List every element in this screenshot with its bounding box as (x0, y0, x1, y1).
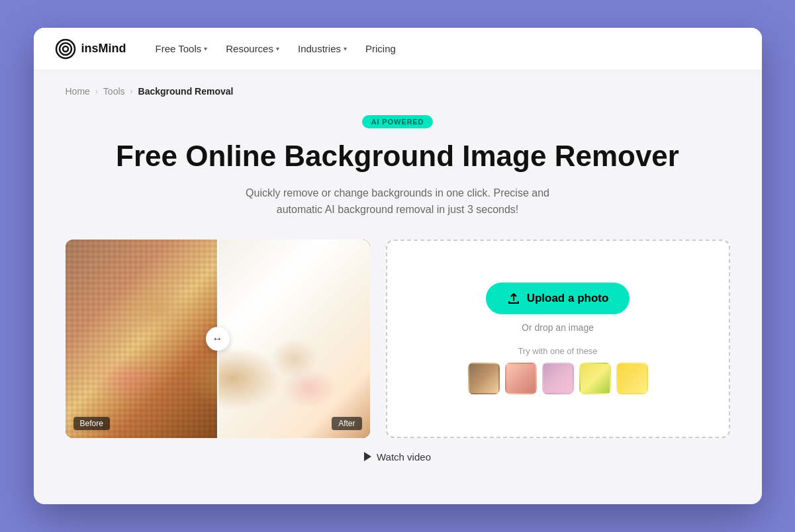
svg-point-1 (60, 43, 71, 55)
nav-item-pricing[interactable]: Pricing (357, 38, 404, 60)
logo[interactable]: insMind (55, 38, 126, 60)
nav-item-free-tools[interactable]: Free Tools ▾ (148, 38, 216, 60)
spiral-icon (55, 38, 76, 60)
ai-badge: AI POWERED (362, 115, 434, 128)
before-label: Before (73, 417, 110, 430)
before-after-slider[interactable]: ↔ Before After (66, 240, 370, 438)
chevron-icon: ▾ (204, 45, 207, 52)
breadcrumb-current: Background Removal (138, 86, 234, 97)
breadcrumb-tools[interactable]: Tools (103, 86, 125, 97)
hero-subtitle: Quickly remove or change backgrounds in … (239, 185, 557, 218)
upload-icon (507, 292, 520, 305)
nav-item-industries[interactable]: Industries ▾ (290, 38, 355, 60)
nav-label-industries: Industries (298, 43, 341, 54)
watch-video-section: Watch video (66, 451, 730, 465)
nav-label-pricing: Pricing (365, 43, 396, 54)
upload-or-drop-text: Or drop an image (522, 322, 594, 333)
chevron-icon: ▾ (344, 45, 347, 52)
after-label: After (332, 417, 361, 430)
sample-images-section: Try with one of these (468, 346, 648, 394)
breadcrumb: Home › Tools › Background Removal (66, 86, 730, 97)
upload-dropzone[interactable]: Upload a photo Or drop an image Try with… (386, 240, 730, 438)
nav-label-resources: Resources (226, 43, 273, 54)
chevron-icon: ▾ (276, 45, 279, 52)
breadcrumb-sep-2: › (130, 87, 133, 96)
watch-video-button[interactable]: Watch video (364, 451, 431, 463)
play-icon (364, 452, 371, 461)
navbar: insMind Free Tools ▾ Resources ▾ Industr… (34, 28, 762, 70)
browser-window: insMind Free Tools ▾ Resources ▾ Industr… (34, 28, 762, 504)
sample-thumb-4[interactable] (579, 363, 611, 394)
upload-button-label: Upload a photo (527, 292, 609, 305)
hero-section: AI POWERED Free Online Background Image … (66, 115, 730, 218)
breadcrumb-home[interactable]: Home (66, 86, 90, 97)
sample-thumb-5[interactable] (616, 363, 648, 394)
nav-links: Free Tools ▾ Resources ▾ Industries ▾ Pr… (148, 38, 404, 60)
sample-thumbs (468, 363, 648, 394)
svg-point-2 (63, 46, 68, 52)
watch-video-label: Watch video (377, 451, 431, 463)
sample-thumb-2[interactable] (505, 363, 537, 394)
hero-title: Free Online Background Image Remover (66, 139, 730, 174)
try-label: Try with one of these (468, 346, 648, 356)
main-content: Home › Tools › Background Removal AI POW… (34, 70, 762, 490)
nav-item-resources[interactable]: Resources ▾ (218, 38, 287, 60)
sample-thumb-1[interactable] (468, 363, 500, 394)
slider-handle[interactable]: ↔ (206, 327, 230, 351)
breadcrumb-sep-1: › (95, 87, 98, 96)
main-section: ↔ Before After Upload a photo Or drop an… (66, 240, 730, 438)
sample-thumb-3[interactable] (542, 363, 574, 394)
nav-label-free-tools: Free Tools (156, 43, 202, 54)
upload-photo-button[interactable]: Upload a photo (486, 283, 630, 314)
logo-text: insMind (81, 42, 126, 56)
